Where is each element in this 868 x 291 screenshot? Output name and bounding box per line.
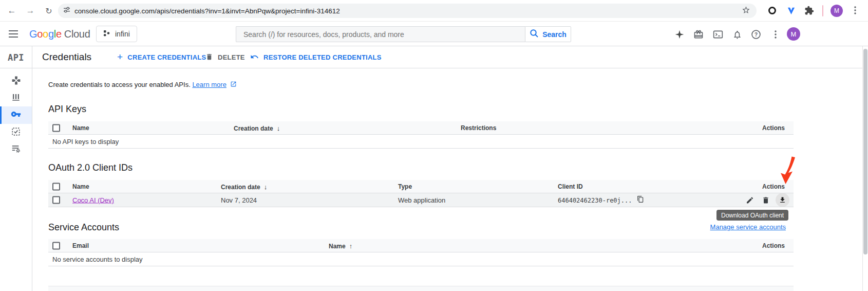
oauth-client-link[interactable]: Coco AI (Dev) [72,196,114,204]
library-columns-icon [11,93,21,104]
col-creation-date[interactable]: Creation date↓ [221,183,267,190]
sort-down-icon: ↓ [277,124,280,132]
list-gear-icon [11,144,21,155]
notifications-bell-icon[interactable] [731,29,743,40]
project-selector[interactable]: infini [96,26,137,42]
url-input[interactable] [74,7,742,15]
bookmark-star-icon[interactable] [742,6,750,16]
page-title: Credentials [42,51,91,63]
copy-icon[interactable] [637,196,644,205]
next-table-partial [48,286,794,291]
back-icon[interactable]: ← [5,5,18,17]
menu-hamburger-icon[interactable] [8,29,18,39]
refresh-icon[interactable]: ↻ [42,5,55,17]
col-client-id: Client ID [558,183,583,190]
global-search-input[interactable] [243,30,518,39]
screen: ← → ↻ M [0,0,868,291]
gcp-avatar[interactable]: M [787,27,800,41]
scrollbar-track[interactable] [862,46,868,291]
search-icon [530,29,539,40]
gift-icon[interactable] [693,29,704,40]
dashed-check-icon [11,127,21,138]
row-actions [744,193,789,207]
trash-icon [205,53,213,62]
select-all-checkbox[interactable] [52,242,60,249]
page-toolbar: API Credentials + CREATE CREDENTIALS DEL… [0,46,868,68]
api-keys-empty-row: No API keys to display [48,135,794,149]
col-email: Email [72,242,89,249]
address-bar[interactable] [58,4,757,18]
search-button[interactable]: Search [525,26,571,42]
service-accounts-heading: Service Accounts [48,222,119,233]
client-id-cell: 646402462230-re0j... [558,196,644,205]
search-button-label: Search [542,30,567,39]
google-cloud-logo[interactable]: GoogleCloud [29,28,90,40]
row-checkbox[interactable] [52,196,60,204]
select-all-checkbox[interactable] [52,183,60,190]
apis-sidebar [0,68,32,291]
sort-up-icon: ↑ [349,242,353,249]
delete-trash-icon[interactable] [760,194,772,206]
extension-v-icon[interactable] [787,6,796,17]
col-creation-date[interactable]: Creation date↓ [234,124,280,132]
sidebar-item-credentials[interactable] [0,106,32,124]
plus-icon: + [117,52,123,62]
select-all-checkbox[interactable] [52,124,60,132]
svg-text:?: ? [754,32,758,38]
col-name: Name [72,183,89,190]
browser-chrome: ← → ↻ M [0,0,868,22]
delete-button[interactable]: DELETE [205,46,245,68]
sidebar-item-usage-agreements[interactable] [0,141,32,158]
key-icon [11,109,21,121]
sidebar-item-oauth-consent[interactable] [0,124,32,141]
download-tooltip: Download OAuth client [716,210,788,221]
project-icon [103,29,110,39]
global-search[interactable] [236,26,525,42]
browser-avatar[interactable]: M [831,5,843,17]
site-info-icon[interactable] [63,6,70,15]
download-oauth-icon[interactable] [776,193,789,207]
apis-services-logo: API [0,46,32,68]
api-keys-heading: API Keys [48,104,86,115]
intro-text: Create credentials to access your enable… [48,81,237,89]
oauth-heading: OAuth 2.0 Client IDs [48,162,133,173]
help-icon[interactable]: ? [750,29,762,40]
undo-icon [250,52,259,63]
oauth-client-row: Coco AI (Dev) Nov 7, 2024 Web applicatio… [48,193,794,207]
gcp-header: GoogleCloud infini Search [0,22,868,46]
manage-service-accounts-link[interactable]: Manage service accounts [710,223,786,231]
type-cell: Web application [398,196,445,204]
edit-pencil-icon[interactable] [744,194,756,206]
sidebar-divider [32,46,32,291]
col-type: Type [398,183,412,190]
extensions-puzzle-icon[interactable] [804,6,814,17]
api-keys-table-header: Name Creation date↓ Restrictions Actions [48,121,794,135]
sort-down-icon: ↓ [264,183,268,190]
profile-divider [822,5,823,16]
service-accounts-empty-row: No service accounts to display [48,252,794,266]
col-restrictions: Restrictions [461,124,496,132]
sidebar-item-library[interactable] [0,89,32,107]
project-name: infini [115,30,130,38]
scrollbar-thumb[interactable] [863,49,867,254]
create-credentials-button[interactable]: + CREATE CREDENTIALS [117,46,206,68]
col-name: Name [72,124,89,132]
col-actions: Actions [762,183,785,190]
col-name[interactable]: Name↑ [329,242,352,249]
extension-ring-icon[interactable] [768,7,776,14]
gemini-sparkle-icon[interactable] [674,29,685,40]
col-actions: Actions [762,242,785,249]
hub-arrows-icon [11,76,21,87]
cloud-shell-icon[interactable] [712,29,724,40]
browser-menu-icon[interactable] [851,5,860,17]
creation-date-cell: Nov 7, 2024 [221,196,257,204]
forward-icon[interactable]: → [24,5,37,17]
learn-more-link[interactable]: Learn more [192,81,226,88]
sidebar-item-enabled-apis[interactable] [0,72,32,90]
more-options-icon[interactable] [770,29,781,40]
open-in-new-icon[interactable] [230,81,237,89]
restore-deleted-credentials-button[interactable]: RESTORE DELETED CREDENTIALS [250,46,382,68]
col-actions: Actions [762,124,785,132]
oauth-table-header: Name Creation date↓ Type Client ID Actio… [48,180,794,193]
service-accounts-table-header: Email Name↑ Actions [48,239,794,252]
